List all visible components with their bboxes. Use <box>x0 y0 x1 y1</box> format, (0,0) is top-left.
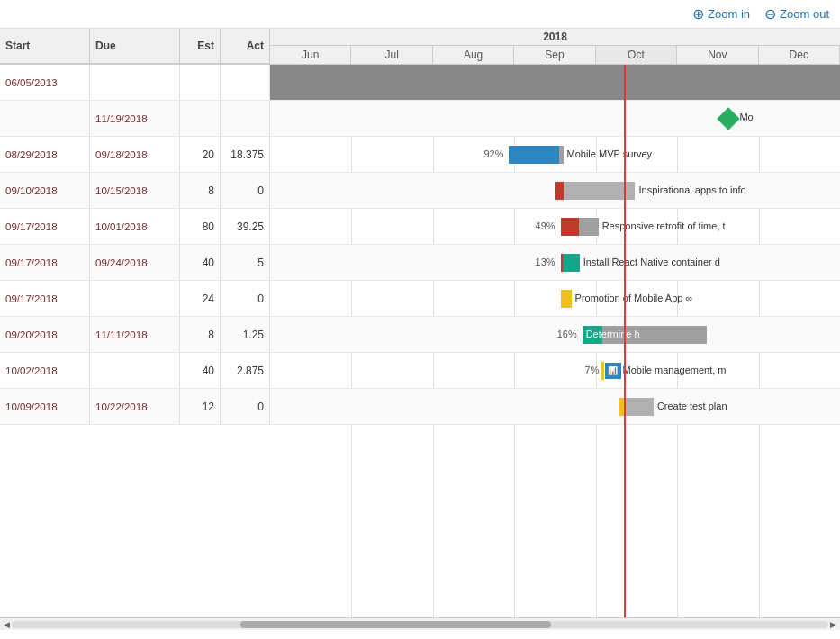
cell-act-7: 1.25 <box>221 317 270 352</box>
cell-est-9: 12 <box>180 389 221 424</box>
timeline-row-0-bg <box>270 65 840 101</box>
cell-est-3: 8 <box>180 173 221 208</box>
table-row: 09/10/2018 10/15/2018 8 0 <box>0 173 270 209</box>
scroll-left-arrow[interactable]: ◀ <box>2 620 12 629</box>
timeline-body: Today∞Mo92%Mobile MVP surveyInspirationa… <box>270 65 840 617</box>
cell-start-5: 09/17/2018 <box>0 245 90 280</box>
timeline-row-8 <box>270 353 840 389</box>
cell-est-0 <box>180 65 221 100</box>
cell-est-2: 20 <box>180 137 221 172</box>
fixed-cols-body: 06/05/2013 11/19/2018 08/29/2018 09/18/2… <box>0 65 270 617</box>
gantt-header: Start Due Est Act 2018 Jun Jul Aug Sep O… <box>0 29 840 65</box>
cell-act-9: 0 <box>221 389 270 424</box>
scroll-right-arrow[interactable]: ▶ <box>828 620 838 629</box>
table-row: 09/17/2018 09/24/2018 40 5 <box>0 245 270 281</box>
cell-est-5: 40 <box>180 245 221 280</box>
cell-start-9: 10/09/2018 <box>0 389 90 424</box>
bar-9 <box>619 398 654 416</box>
cell-due-8 <box>90 353 180 388</box>
cell-start-4: 09/17/2018 <box>0 209 90 244</box>
col-header-est: Est <box>180 29 221 64</box>
col-header-start: Start <box>0 29 90 64</box>
label-8: Mobile management, m <box>623 364 727 375</box>
table-row: 11/19/2018 <box>0 101 270 137</box>
fixed-cols-header: Start Due Est Act <box>0 29 270 64</box>
col-header-due: Due <box>90 29 180 64</box>
label-4: Responsive retrofit of time, t <box>602 220 726 231</box>
milestone-label: Mo <box>739 112 753 122</box>
cell-est-1 <box>180 101 221 136</box>
cell-due-6 <box>90 281 180 316</box>
label-6: Promotion of Mobile App ∞ <box>575 292 693 303</box>
cell-due-2: 09/18/2018 <box>90 137 180 172</box>
table-row: 10/02/2018 40 2.875 <box>0 353 270 389</box>
table-row: 06/05/2013 <box>0 65 270 101</box>
table-row: 09/17/2018 24 0 <box>0 281 270 317</box>
gantt-container: Start Due Est Act 2018 Jun Jul Aug Sep O… <box>0 29 840 630</box>
cell-act-1 <box>221 101 270 136</box>
cell-due-3: 10/15/2018 <box>90 173 180 208</box>
cell-start-8: 10/02/2018 <box>0 353 90 388</box>
scrollbar-track[interactable] <box>12 621 828 628</box>
year-row: 2018 <box>270 29 840 46</box>
cell-due-1: 11/19/2018 <box>90 101 180 136</box>
cell-est-4: 80 <box>180 209 221 244</box>
zoom-out-button[interactable]: ⊖ Zoom out <box>764 5 829 22</box>
cell-start-0: 06/05/2013 <box>0 65 90 100</box>
month-jul: Jul <box>351 46 432 64</box>
bar-6 <box>561 290 572 308</box>
gantt-body[interactable]: 06/05/2013 11/19/2018 08/29/2018 09/18/2… <box>0 65 840 617</box>
toolbar: ⊕ Zoom in ⊖ Zoom out <box>0 0 840 29</box>
cell-due-0 <box>90 65 180 100</box>
timeline-row-1 <box>270 101 840 137</box>
label-2: Mobile MVP survey <box>567 148 653 159</box>
horizontal-scrollbar[interactable]: ◀ ▶ <box>0 617 840 630</box>
cell-start-7: 09/20/2018 <box>0 317 90 352</box>
pct-2: 92% <box>483 148 503 159</box>
cell-act-6: 0 <box>221 281 270 316</box>
cell-est-7: 8 <box>180 317 221 352</box>
zoom-in-button[interactable]: ⊕ Zoom in <box>692 5 750 22</box>
pct-5: 13% <box>536 256 555 267</box>
cell-start-1 <box>0 101 90 136</box>
label-3: Inspirational apps to info <box>638 184 745 195</box>
month-nov: Nov <box>677 46 758 64</box>
pct-4: 49% <box>536 220 555 231</box>
bar-2 <box>509 146 563 164</box>
scrollbar-thumb[interactable] <box>240 621 551 628</box>
month-aug: Aug <box>433 46 514 64</box>
bar-5 <box>561 254 580 272</box>
table-row: 10/09/2018 10/22/2018 12 0 <box>0 389 270 425</box>
cell-act-8: 2.875 <box>221 353 270 388</box>
bar-8: 📊 <box>601 362 621 380</box>
pct-8: 7% <box>585 364 600 375</box>
zoom-out-icon: ⊖ <box>764 5 776 22</box>
cell-due-7: 11/11/2018 <box>90 317 180 352</box>
label-9: Create test plan <box>657 400 727 411</box>
cell-start-2: 08/29/2018 <box>0 137 90 172</box>
month-dec: Dec <box>759 46 840 64</box>
zoom-in-icon: ⊕ <box>692 5 704 22</box>
cell-start-3: 09/10/2018 <box>0 173 90 208</box>
label-5: Install React Native container d <box>583 256 720 267</box>
col-header-act: Act <box>221 29 270 64</box>
table-row: 09/20/2018 11/11/2018 8 1.25 <box>0 317 270 353</box>
label-7: Determine h <box>586 328 640 339</box>
month-jun: Jun <box>270 46 351 64</box>
timeline-row-7 <box>270 317 840 353</box>
timeline-row-6 <box>270 281 840 317</box>
table-row: 08/29/2018 09/18/2018 20 18.375 <box>0 137 270 173</box>
month-sep: Sep <box>514 46 595 64</box>
timeline-header: 2018 Jun Jul Aug Sep Oct Nov Dec <box>270 29 840 64</box>
cell-est-6: 24 <box>180 281 221 316</box>
bar-3 <box>555 182 636 200</box>
table-row: 09/17/2018 10/01/2018 80 39.25 <box>0 209 270 245</box>
cell-start-6: 09/17/2018 <box>0 281 90 316</box>
cell-act-3: 0 <box>221 173 270 208</box>
cell-due-4: 10/01/2018 <box>90 209 180 244</box>
timeline-row-9 <box>270 389 840 425</box>
cell-act-4: 39.25 <box>221 209 270 244</box>
months-row: Jun Jul Aug Sep Oct Nov Dec <box>270 46 840 64</box>
month-oct: Oct <box>596 46 677 64</box>
cell-act-5: 5 <box>221 245 270 280</box>
